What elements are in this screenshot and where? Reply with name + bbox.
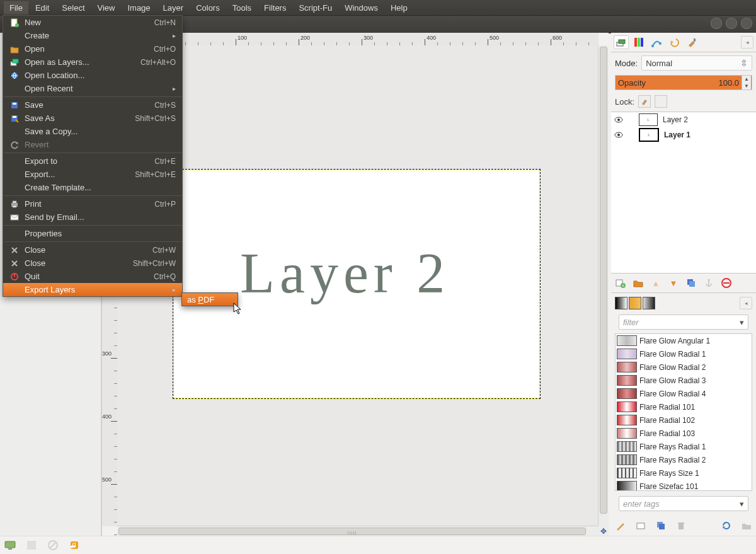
visibility-eye-icon[interactable] xyxy=(614,115,624,125)
layer-row[interactable]: LLayer 2 xyxy=(611,112,756,127)
os-app-placeholder-icon[interactable] xyxy=(25,539,38,551)
menu-item-revert[interactable]: Revert xyxy=(3,138,182,151)
grad-refresh-icon[interactable] xyxy=(721,520,732,531)
menu-view[interactable]: View xyxy=(92,1,121,14)
blend-mode-select[interactable]: Normal ⇳ xyxy=(641,55,752,71)
duplicate-layer-icon[interactable] xyxy=(685,277,697,289)
gradient-row[interactable]: Flare Glow Angular 1 xyxy=(616,334,752,347)
menu-item-create-template-[interactable]: Create Template... xyxy=(3,181,182,194)
menu-layer[interactable]: Layer xyxy=(158,1,190,14)
layers-tab-icon[interactable] xyxy=(614,35,629,49)
gradient-row[interactable]: Flare Radial 101 xyxy=(616,400,752,413)
horizontal-scrollbar[interactable] xyxy=(117,526,598,536)
gradient-row[interactable]: Flare Radial 103 xyxy=(616,427,752,440)
gradient-tags-input[interactable]: enter tags ▾ xyxy=(619,496,748,511)
gradient-row[interactable]: Flare Glow Radial 2 xyxy=(616,361,752,374)
layer-name[interactable]: Layer 1 xyxy=(662,130,690,139)
gradient-swatch-tabs: ◂ xyxy=(611,293,756,311)
menu-image[interactable]: Image xyxy=(122,1,156,14)
menu-item-save-as[interactable]: Save AsShift+Ctrl+S xyxy=(3,112,182,125)
gradient-row[interactable]: Flare Sizefac 101 xyxy=(616,480,752,491)
horizontal-ruler[interactable]: 0100200300400500600700 xyxy=(117,33,598,46)
canvas-surface[interactable]: Layer 2 xyxy=(117,45,598,526)
menu-item-save-a-copy-[interactable]: Save a Copy... xyxy=(3,125,182,138)
navigation-corner[interactable]: ✥ xyxy=(598,526,609,536)
gradient-row[interactable]: Flare Glow Radial 1 xyxy=(616,347,752,361)
menu-windows[interactable]: Windows xyxy=(339,1,384,14)
grad-del-icon[interactable] xyxy=(675,520,687,531)
layer-list[interactable]: LLayer 2LLayer 1 xyxy=(611,112,756,274)
gradient-row[interactable]: Flare Rays Size 1 xyxy=(616,466,752,480)
menu-item-create[interactable]: Create▸ xyxy=(3,29,182,42)
layer-name[interactable]: Layer 2 xyxy=(660,115,688,124)
file-menu-dropdown[interactable]: NewCtrl+NCreate▸OpenCtrl+OOpen as Layers… xyxy=(3,15,183,297)
dock-menu-button[interactable]: ◂ xyxy=(741,36,753,49)
dock-menu-button-2[interactable]: ◂ xyxy=(740,297,752,309)
window-maximize[interactable] xyxy=(726,18,737,29)
opacity-slider[interactable]: Opacity 100.0 ▲▼ xyxy=(615,75,752,90)
gradient-row[interactable]: Flare Glow Radial 3 xyxy=(616,374,752,387)
menu-item-print[interactable]: PrintCtrl+P xyxy=(3,197,182,211)
lower-layer-icon[interactable]: ▼ xyxy=(668,277,679,289)
menu-item-open-recent[interactable]: Open Recent▸ xyxy=(3,82,182,95)
layer-row[interactable]: LLayer 1 xyxy=(611,127,756,142)
brush-tab-icon[interactable] xyxy=(684,35,699,49)
new-layer-icon[interactable]: + xyxy=(615,277,626,289)
gradient-filter-input[interactable]: filter ▾ xyxy=(619,315,748,330)
menu-item-export-[interactable]: Export...Shift+Ctrl+E xyxy=(3,168,182,181)
os-desktop-icon[interactable] xyxy=(4,539,16,551)
os-block-icon[interactable] xyxy=(47,539,59,551)
menubar[interactable]: File Edit Select View Image Layer Colors… xyxy=(0,0,756,16)
grad-dup-icon[interactable] xyxy=(655,520,667,531)
grad-tab-3-icon[interactable] xyxy=(643,297,655,309)
menu-select[interactable]: Select xyxy=(56,1,90,14)
raise-layer-icon[interactable]: ▲ xyxy=(650,277,662,289)
menu-item-new[interactable]: NewCtrl+N xyxy=(3,16,182,29)
export-layers-submenu[interactable]: as PDF xyxy=(181,292,238,306)
menu-edit[interactable]: Edit xyxy=(30,1,55,14)
delete-layer-icon[interactable] xyxy=(721,277,732,289)
lock-alpha-icon[interactable] xyxy=(655,95,667,108)
dock-tabs-top[interactable]: ◂ xyxy=(611,33,756,52)
os-music-icon[interactable] xyxy=(68,539,81,551)
vertical-scrollbar[interactable] xyxy=(598,45,609,526)
menu-help[interactable]: Help xyxy=(385,1,413,14)
lock-pixels-icon[interactable] xyxy=(638,95,651,108)
menu-item-close[interactable]: CloseCtrl+W xyxy=(3,243,182,257)
menu-item-open[interactable]: OpenCtrl+O xyxy=(3,42,182,55)
menu-filters[interactable]: Filters xyxy=(258,1,292,14)
menu-file[interactable]: File xyxy=(4,1,28,14)
window-close[interactable] xyxy=(741,18,752,29)
grad-tab-1-icon[interactable] xyxy=(615,297,627,309)
menu-item-open-location-[interactable]: Open Location... xyxy=(3,69,182,82)
menu-item-export-to[interactable]: Export toCtrl+E xyxy=(3,154,182,168)
anchor-layer-icon[interactable] xyxy=(703,277,714,289)
grad-folder-icon[interactable] xyxy=(741,520,752,531)
gradient-row[interactable]: Flare Glow Radial 4 xyxy=(616,387,752,400)
menu-item-export-layers[interactable]: Export Layers▸ xyxy=(3,283,182,296)
channels-tab-icon[interactable] xyxy=(631,35,646,49)
grad-tab-2-icon[interactable] xyxy=(629,297,641,309)
grad-edit-icon[interactable] xyxy=(615,520,626,531)
menu-item-open-as-layers-[interactable]: Open as Layers...Ctrl+Alt+O xyxy=(3,55,182,69)
menu-item-quit[interactable]: QuitCtrl+Q xyxy=(3,270,182,283)
window-minimize[interactable] xyxy=(711,18,722,29)
menu-item-send-by-email-[interactable]: Send by Email... xyxy=(3,211,182,224)
visibility-eye-icon[interactable] xyxy=(614,130,624,140)
undo-tab-icon[interactable] xyxy=(667,35,682,49)
menu-item-properties[interactable]: Properties xyxy=(3,227,182,240)
new-group-icon[interactable] xyxy=(633,277,644,289)
gradient-list[interactable]: Flare Glow Angular 1Flare Glow Radial 1F… xyxy=(615,333,752,491)
gradient-row[interactable]: Flare Rays Radial 1 xyxy=(616,440,752,453)
menu-colors[interactable]: Colors xyxy=(190,1,226,14)
paths-tab-icon[interactable] xyxy=(649,35,664,49)
menu-scriptfu[interactable]: Script-Fu xyxy=(293,1,338,14)
opacity-spinner[interactable]: ▲▼ xyxy=(742,76,751,89)
grad-new-icon[interactable] xyxy=(635,520,646,531)
menu-tools[interactable]: Tools xyxy=(227,1,257,14)
submenu-as-pdf[interactable]: as PDF xyxy=(182,293,238,306)
menu-item-save[interactable]: SaveCtrl+S xyxy=(3,98,182,112)
gradient-row[interactable]: Flare Rays Radial 2 xyxy=(616,453,752,466)
gradient-row[interactable]: Flare Radial 102 xyxy=(616,413,752,427)
menu-item-close[interactable]: CloseShift+Ctrl+W xyxy=(3,257,182,270)
